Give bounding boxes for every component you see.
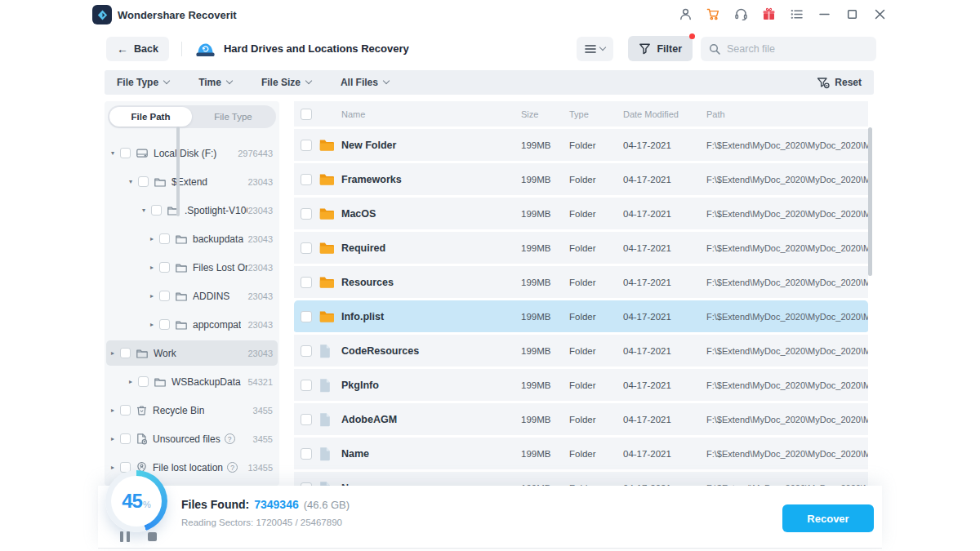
gift-icon[interactable] — [762, 7, 776, 21]
tree-checkbox[interactable] — [159, 233, 170, 244]
tab-file-type[interactable]: File Type — [192, 107, 274, 127]
column-header-date[interactable]: Date Modified — [623, 109, 706, 119]
tree-expand-arrow-icon[interactable]: ▸ — [126, 378, 136, 385]
row-checkbox[interactable] — [301, 174, 312, 185]
table-row[interactable]: Required 199MB Folder 04-17-2021 F:\$Ext… — [294, 232, 868, 266]
pause-button[interactable] — [120, 531, 131, 542]
row-checkbox[interactable] — [301, 448, 312, 460]
back-button[interactable]: ← Back — [106, 37, 169, 61]
tree-item[interactable]: ▸ Unsourced files ? 3455 — [105, 424, 279, 453]
help-icon[interactable]: ? — [227, 462, 238, 473]
file-size: 199MB — [521, 278, 569, 287]
file-path: F:\$Extend\MyDoc_2020\MyDoc_2020\M... — [706, 346, 868, 356]
file-size: 199MB — [521, 346, 569, 356]
file-icon — [318, 378, 331, 393]
help-icon[interactable]: ? — [225, 433, 235, 444]
close-icon[interactable] — [873, 7, 887, 21]
table-row[interactable]: Frameworks 199MB Folder 04-17-2021 F:\$E… — [294, 163, 868, 198]
table-row[interactable]: MacOS 199MB Folder 04-17-2021 F:\$Extend… — [294, 198, 868, 232]
stop-button[interactable] — [148, 532, 157, 541]
filesize-dropdown[interactable]: File Size — [261, 77, 311, 88]
file-date-modified: 04-17-2021 — [623, 415, 706, 424]
tree-expand-arrow-icon[interactable]: ▸ — [108, 464, 118, 471]
tree-checkbox[interactable] — [120, 405, 131, 415]
column-header-type[interactable]: Type — [569, 109, 623, 119]
menu-list-icon[interactable] — [790, 7, 804, 21]
column-header-path[interactable]: Path — [706, 109, 868, 119]
maximize-icon[interactable] — [845, 7, 859, 21]
table-row[interactable]: AdobeAGM 199MB Folder 04-17-2021 F:\$Ext… — [294, 403, 868, 438]
table-row[interactable]: Name 199MB Folder 04-17-2021 F:\$Extend\… — [294, 438, 868, 472]
row-checkbox[interactable] — [301, 208, 312, 220]
table-row[interactable]: CodeResources 199MB Folder 04-17-2021 F:… — [294, 335, 868, 369]
cart-icon[interactable] — [706, 7, 720, 21]
tree-item[interactable]: ▸ ADDINS 23043 — [105, 282, 279, 310]
file-path: F:\$Extend\MyDoc_2020\MyDoc_2020\M... — [706, 243, 868, 253]
tree-item-label: .Spotlight-V10000... — [185, 205, 247, 216]
tree-checkbox[interactable] — [159, 262, 170, 273]
tree-expand-arrow-icon[interactable]: ▸ — [147, 235, 157, 242]
reset-filters-button[interactable]: Reset — [817, 77, 862, 89]
tree-expand-arrow-icon[interactable]: ▸ — [147, 264, 157, 271]
select-all-checkbox[interactable] — [301, 109, 312, 120]
tree-checkbox[interactable] — [159, 291, 170, 301]
tree-item[interactable]: ▾ .Spotlight-V10000... 23043 — [105, 196, 279, 224]
file-type: Folder — [569, 243, 623, 253]
time-dropdown[interactable]: Time — [198, 77, 232, 88]
support-icon[interactable] — [734, 7, 748, 21]
tree-item[interactable]: ▸ WSBackupData 54321 — [105, 367, 279, 396]
row-checkbox[interactable] — [301, 380, 312, 391]
sidebar-scrollbar[interactable] — [176, 127, 180, 216]
recover-button[interactable]: Recover — [782, 504, 874, 532]
tree-expand-arrow-icon[interactable]: ▸ — [108, 407, 118, 414]
table-row[interactable]: Info.plist 199MB Folder 04-17-2021 F:\$E… — [294, 300, 868, 335]
tree-item[interactable]: ▸ appcompat 23043 — [105, 310, 279, 339]
file-type: Folder — [569, 175, 623, 184]
tree-expand-arrow-icon[interactable]: ▾ — [139, 207, 149, 214]
tab-file-path[interactable]: File Path — [109, 107, 192, 127]
tree-checkbox[interactable] — [138, 376, 149, 387]
tree-expand-arrow-icon[interactable]: ▸ — [108, 349, 118, 357]
view-menu-button[interactable] — [577, 37, 613, 61]
row-checkbox[interactable] — [301, 345, 312, 357]
tree-expand-arrow-icon[interactable]: ▾ — [108, 149, 118, 157]
table-scrollbar[interactable] — [868, 127, 872, 276]
search-input[interactable] — [727, 43, 868, 55]
tree-checkbox[interactable] — [159, 319, 170, 330]
tree-item[interactable]: ▾ $Extend 23043 — [105, 167, 279, 196]
table-row[interactable]: New Folder 199MB Folder 04-17-2021 F:\$E… — [294, 129, 868, 163]
tree-expand-arrow-icon[interactable]: ▸ — [108, 435, 118, 442]
row-checkbox[interactable] — [301, 414, 312, 425]
tree-item[interactable]: ▾ Local Disk (F:) 2976443 — [105, 139, 279, 167]
tree-checkbox[interactable] — [138, 176, 149, 187]
tree-item[interactable]: ▸ Work 23043 — [105, 339, 279, 367]
tree-item[interactable]: ▸ backupdata 23043 — [105, 224, 279, 253]
table-row[interactable]: Name 199MB Folder 04-17-2021 F:\$Extend\… — [294, 472, 868, 486]
row-checkbox[interactable] — [301, 242, 312, 254]
table-row[interactable]: Resources 199MB Folder 04-17-2021 F:\$Ex… — [294, 266, 868, 300]
tree-item[interactable]: ▸ Files Lost Origri... 23043 — [105, 253, 279, 282]
tree-item-count: 3455 — [253, 434, 279, 444]
tree-checkbox[interactable] — [120, 148, 131, 158]
search-box[interactable] — [701, 37, 876, 61]
row-checkbox[interactable] — [301, 140, 312, 151]
table-row[interactable]: PkgInfo 199MB Folder 04-17-2021 F:\$Exte… — [294, 369, 868, 403]
tree-checkbox[interactable] — [120, 348, 131, 358]
tree-item-count: 54321 — [247, 377, 279, 387]
allfiles-dropdown[interactable]: All Files — [341, 77, 389, 88]
tree-item[interactable]: ▸ Recycle Bin 3455 — [105, 396, 279, 424]
account-icon[interactable] — [679, 7, 693, 21]
filetype-dropdown[interactable]: File Type — [117, 77, 169, 88]
filter-button[interactable]: Filter — [628, 36, 693, 61]
row-checkbox[interactable] — [301, 311, 312, 322]
tree-expand-arrow-icon[interactable]: ▸ — [147, 321, 157, 328]
column-header-name[interactable]: Name — [341, 109, 521, 119]
file-table: Name Size Type Date Modified Path New Fo… — [294, 101, 868, 486]
tree-checkbox[interactable] — [120, 433, 131, 444]
tree-expand-arrow-icon[interactable]: ▾ — [126, 178, 136, 185]
row-checkbox[interactable] — [301, 277, 312, 288]
minimize-icon[interactable] — [817, 7, 831, 21]
tree-checkbox[interactable] — [151, 205, 162, 216]
column-header-size[interactable]: Size — [521, 109, 569, 119]
tree-expand-arrow-icon[interactable]: ▸ — [147, 292, 157, 300]
